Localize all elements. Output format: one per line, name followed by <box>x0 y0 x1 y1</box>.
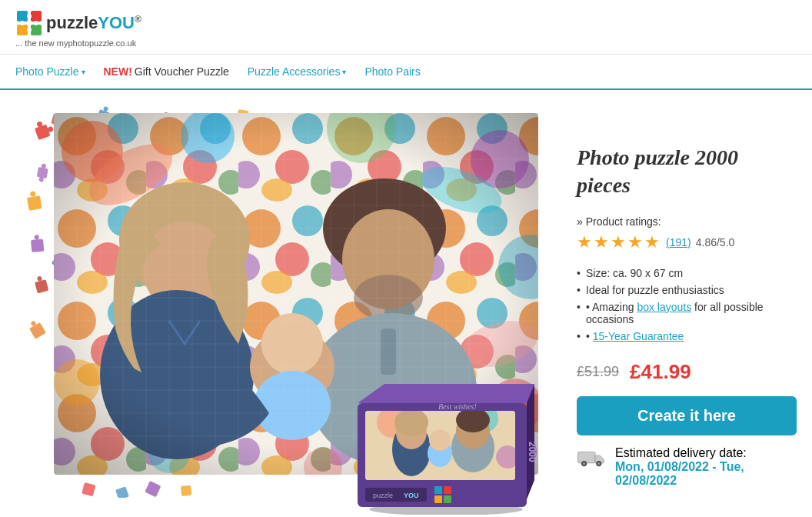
delivery-section: Estimated delivery date: Mon, 01/08/2022… <box>577 446 797 488</box>
svg-rect-8 <box>35 125 51 141</box>
svg-rect-17 <box>27 195 42 211</box>
box-layouts-link[interactable]: box layouts <box>637 301 691 313</box>
svg-point-88 <box>456 408 490 432</box>
svg-point-90 <box>429 429 451 451</box>
nav-puzzle-accessories[interactable]: Puzzle Accessories ▾ <box>248 62 359 81</box>
svg-rect-0 <box>17 11 28 22</box>
svg-rect-38 <box>145 481 161 497</box>
svg-point-9 <box>36 121 43 128</box>
svg-rect-100 <box>578 452 595 462</box>
logo-puzzle-icon <box>15 9 43 37</box>
nav-photo-pairs[interactable]: Photo Pairs <box>364 62 432 81</box>
truck-icon <box>577 446 607 469</box>
svg-point-24 <box>37 275 42 281</box>
guarantee-link[interactable]: 15-Year Guarantee <box>593 330 684 342</box>
svg-point-10 <box>47 126 54 133</box>
logo-text: puzzleYOU® <box>46 13 141 33</box>
svg-point-18 <box>30 191 36 197</box>
product-title: Photo puzzle 2000 pieces <box>577 144 797 200</box>
svg-point-104 <box>597 462 600 465</box>
svg-rect-95 <box>434 486 442 494</box>
features-list: Size: ca. 90 x 67 cm Ideal for puzzle en… <box>577 265 797 345</box>
svg-rect-36 <box>82 482 95 496</box>
feature-enthusiastics: Ideal for puzzle enthusiastics <box>577 282 797 299</box>
svg-text:YOU: YOU <box>404 492 419 499</box>
svg-rect-23 <box>35 279 48 293</box>
logo-sub: ... the new myphotopuzzle.co.uk <box>15 38 141 48</box>
logo-area: puzzleYOU® ... the new myphotopuzzle.co.… <box>15 9 141 48</box>
price-new: £41.99 <box>630 360 691 384</box>
svg-rect-98 <box>444 495 451 503</box>
svg-rect-96 <box>444 486 451 494</box>
svg-point-16 <box>38 177 44 182</box>
svg-point-103 <box>583 462 585 465</box>
svg-point-85 <box>394 409 428 436</box>
nav-gift-voucher[interactable]: NEW! Gift Voucher Puzzle <box>104 62 241 81</box>
chevron-down-icon: ▾ <box>82 68 85 76</box>
puzzle-box: 2000 puzzle YOU Best wishes! <box>354 380 538 511</box>
svg-rect-37 <box>115 486 129 498</box>
svg-rect-1 <box>31 11 42 22</box>
logo-main: puzzleYOU® <box>15 9 141 37</box>
svg-point-30 <box>103 106 109 112</box>
svg-text:2000: 2000 <box>527 442 537 462</box>
svg-point-15 <box>41 163 46 168</box>
svg-rect-20 <box>31 239 44 252</box>
svg-point-4 <box>27 14 32 18</box>
product-info: Photo puzzle 2000 pieces Product ratings… <box>577 105 797 488</box>
delivery-text: Estimated delivery date: Mon, 01/08/2022… <box>615 446 797 488</box>
main-nav: Photo Puzzle ▾ NEW! Gift Voucher Puzzle … <box>0 55 812 90</box>
price-row: £51.99 £41.99 <box>577 360 797 384</box>
ratings-count[interactable]: (191) <box>666 236 691 248</box>
svg-rect-2 <box>17 25 28 35</box>
svg-point-6 <box>27 28 32 32</box>
puzzle-box-svg: 2000 puzzle YOU Best wishes! <box>354 380 538 515</box>
create-button[interactable]: Create it here <box>577 396 797 435</box>
main-content: 2000 puzzle YOU Best wishes! Photo puzzl… <box>0 90 812 503</box>
svg-point-5 <box>20 21 25 25</box>
ratings-label: Product ratings: <box>577 215 797 228</box>
delivery-date: Mon, 01/08/2022 - Tue, 02/08/2022 <box>615 460 797 488</box>
feature-size: Size: ca. 90 x 67 cm <box>577 265 797 282</box>
ratings-score: 4.86/5.0 <box>696 236 735 248</box>
star-icons: ★★★★★ <box>577 232 661 252</box>
chevron-down-icon: ▾ <box>342 68 346 76</box>
svg-rect-14 <box>37 167 48 178</box>
svg-rect-97 <box>434 495 442 503</box>
svg-rect-3 <box>31 25 42 35</box>
svg-text:Best wishes!: Best wishes! <box>438 402 477 411</box>
image-area: 2000 puzzle YOU Best wishes! <box>23 105 554 488</box>
svg-text:puzzle: puzzle <box>373 492 393 499</box>
svg-rect-26 <box>29 322 46 339</box>
svg-point-21 <box>34 235 39 240</box>
price-old: £51.99 <box>577 364 619 380</box>
header: puzzleYOU® ... the new myphotopuzzle.co.… <box>0 0 812 55</box>
svg-point-7 <box>34 21 38 25</box>
stars-row: ★★★★★ (191) 4.86/5.0 <box>577 232 797 252</box>
ratings-section: Product ratings: ★★★★★ (191) 4.86/5.0 <box>577 215 797 252</box>
svg-point-27 <box>30 320 36 326</box>
feature-box-layouts: • Amazing box layouts for all possible o… <box>577 299 797 328</box>
nav-photo-puzzle[interactable]: Photo Puzzle ▾ <box>15 62 98 81</box>
svg-rect-39 <box>181 485 191 496</box>
feature-guarantee: • 15-Year Guarantee <box>577 328 797 345</box>
